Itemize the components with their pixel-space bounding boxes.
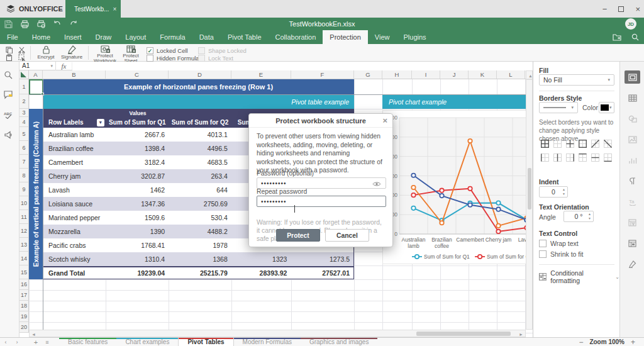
row-header-9[interactable]: 9 [19,182,29,196]
angle-stepper[interactable]: 0 ° ▲▼ [564,211,594,222]
redo-icon[interactable] [65,18,82,30]
row-header-12[interactable]: 12 [19,224,29,238]
value-cell[interactable]: 1978 [169,238,231,252]
quick-print-icon[interactable] [33,18,49,30]
table-row[interactable]: Scotch whisky1310.4136813231273.5 [43,252,353,266]
sheet-next-icon[interactable]: › [11,338,23,346]
menu-tab-formula[interactable]: Formula [153,30,192,44]
sheet-list-icon[interactable]: ≡ [42,338,53,346]
q2-column-header[interactable]: Sum of Sum for Q2 [169,118,231,128]
minimize-icon[interactable]: − [602,4,608,14]
show-password-icon[interactable] [372,181,381,188]
row-header-1[interactable]: 1 [19,79,29,94]
row-header-3[interactable]: 3 [19,109,29,117]
shrink-to-fit-checkbox[interactable]: Shrink to fit [539,250,584,258]
value-cell[interactable]: 644 [169,183,231,197]
value-cell[interactable]: 4488.2 [169,225,231,238]
paste-icon[interactable] [4,53,14,61]
value-cell[interactable]: 1390 [106,225,169,238]
border-line-style-select[interactable]: ▾ [539,102,578,113]
border-diag-down-button[interactable] [602,138,613,149]
row-label-cell[interactable]: Camembert [43,155,106,169]
value-cell[interactable]: 27527.01 [291,267,353,279]
row-header-10[interactable]: 10 [19,196,29,210]
frozen-column-banner[interactable]: Example of vertical panes freezing (Colu… [29,109,43,279]
chevron-down-icon[interactable]: ▾ [50,64,53,69]
row-label-cell[interactable]: Marinated pepper [43,211,106,225]
sheet-tab-graphics-and-images[interactable]: Graphics and images [301,338,378,346]
value-cell[interactable]: 1462 [106,183,169,197]
column-header-I[interactable]: I [412,70,440,79]
border-outside-button[interactable] [577,138,588,149]
value-cell[interactable]: 1368 [169,252,231,266]
open-file-location-icon[interactable] [613,33,621,41]
insert-function-button[interactable]: fx [56,62,72,70]
row-header-13[interactable]: 13 [19,238,29,252]
encrypt-button[interactable]: Encrypt [34,45,58,60]
row-header-2[interactable]: 2 [19,94,29,109]
menu-tab-draw[interactable]: Draw [89,30,119,44]
row-label-cell[interactable]: Cherry jam [43,169,106,183]
protect-workbook-button[interactable]: Protect Workbook [92,45,118,64]
value-cell[interactable]: 4683.5 [169,155,231,169]
value-cell[interactable]: 4013.1 [169,128,231,142]
menu-tab-layout[interactable]: Layout [118,30,153,44]
vertical-scrollbar[interactable] [526,79,533,330]
value-cell[interactable]: 2667.6 [106,128,169,142]
row-label-cell[interactable]: Pacific crabs [43,238,106,252]
signature-button[interactable]: Signature [58,45,86,60]
border-inside-horizontal-button[interactable] [589,152,601,163]
border-diag-up-button[interactable] [589,138,601,149]
value-cell[interactable]: 1310.4 [106,252,169,266]
close-tab-icon[interactable]: × [113,6,116,13]
stepper-arrows-icon[interactable]: ▲▼ [562,187,565,196]
search-icon[interactable] [631,33,639,41]
menu-tab-pivot-table[interactable]: Pivot Table [221,30,269,44]
sheet-tab-chart-examples[interactable]: Chart examples [116,338,178,346]
column-header-E[interactable]: E [231,70,291,79]
value-cell[interactable]: 3202.87 [106,169,169,183]
value-cell[interactable]: 1509.6 [106,211,169,225]
column-header-G[interactable]: G [354,70,382,79]
row-label-cell[interactable]: Brazilian coffee [43,142,106,155]
menu-tab-protection[interactable]: Protection [323,30,368,44]
row-header-5[interactable]: 5 [19,127,29,141]
value-cell[interactable]: 1398.4 [106,142,169,155]
value-cell[interactable]: 1347.36 [106,197,169,211]
close-window-icon[interactable]: × [635,4,640,14]
frozen-row-banner[interactable]: Example of horizontal panes freezing (Ro… [43,79,354,94]
menu-tab-view[interactable]: View [368,30,397,44]
cell-settings-icon[interactable] [625,70,640,84]
border-top-button[interactable] [577,152,588,163]
column-header-H[interactable]: H [382,70,412,79]
conditional-formatting-button[interactable]: Conditional formatting ⌄ [539,269,619,284]
shape-settings-icon[interactable] [625,112,640,125]
sheet-tab-pivot-tables[interactable]: Pivot Tables [178,338,233,346]
value-cell[interactable]: 19239.04 [106,267,169,279]
column-header-K[interactable]: K [469,70,497,79]
column-header-D[interactable]: D [169,70,231,79]
value-cell[interactable]: 1323 [231,252,291,266]
spellcheck-icon[interactable]: ABC [4,111,15,122]
scroll-up-button[interactable]: ▲ [526,70,533,79]
row-header-8[interactable]: 8 [19,169,29,182]
row-label-cell[interactable]: Scotch whisky [43,252,106,266]
pivot-table-settings-icon[interactable] [625,237,640,250]
row-header-14[interactable]: 14 [19,252,29,265]
menu-tab-file[interactable]: File [0,30,25,44]
indent-stepper[interactable]: 0 ▲▼ [539,186,568,198]
add-sheet-button[interactable]: + [30,338,42,346]
row-header-19[interactable]: 19 [19,311,29,322]
menu-tab-data[interactable]: Data [192,30,221,44]
column-header-F[interactable]: F [291,70,354,79]
border-inside-vertical-button[interactable] [552,152,563,163]
formula-input[interactable] [72,62,533,70]
save-icon[interactable] [0,18,16,30]
copy-icon[interactable] [4,46,14,53]
row-header-11[interactable]: 11 [19,210,29,224]
slicer-settings-icon[interactable] [625,216,640,229]
wrap-text-checkbox[interactable]: Wrap text [539,240,579,247]
protect-button[interactable]: Protect [276,229,320,242]
undo-icon[interactable] [49,18,65,30]
sheet-prev-icon[interactable]: ‹ [0,338,11,346]
